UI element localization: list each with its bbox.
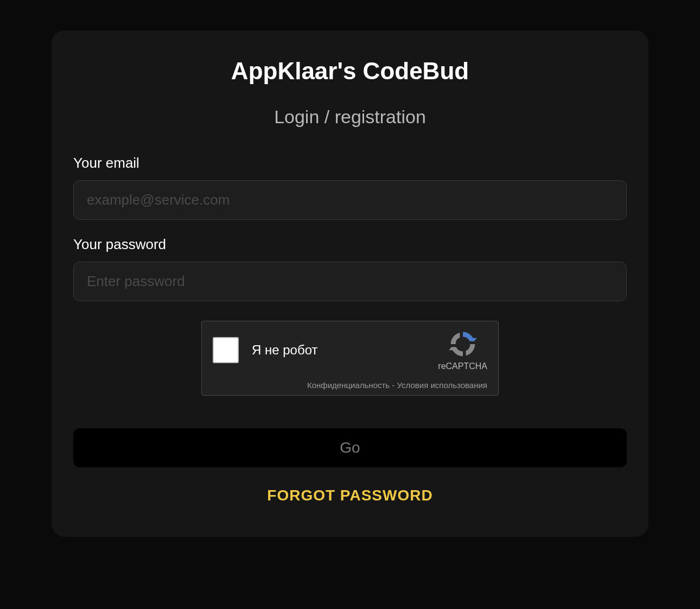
password-field[interactable]: [73, 262, 627, 301]
recaptcha-container: Я не робот reCAPTCHA: [73, 321, 627, 396]
password-label: Your password: [73, 236, 627, 253]
submit-button[interactable]: Go: [73, 428, 627, 467]
recaptcha-logo: reCAPTCHA: [438, 329, 487, 371]
recaptcha-separator: -: [390, 380, 397, 390]
recaptcha-privacy-link[interactable]: Конфиденциальность: [307, 380, 390, 390]
recaptcha-footer: Конфиденциальность - Условия использован…: [202, 378, 498, 395]
recaptcha-label: Я не робот: [252, 342, 438, 358]
recaptcha-icon: [448, 329, 478, 359]
recaptcha-widget: Я не робот reCAPTCHA: [201, 321, 499, 396]
password-group: Your password: [73, 236, 627, 301]
recaptcha-main: Я не робот reCAPTCHA: [202, 321, 498, 378]
recaptcha-checkbox[interactable]: [213, 337, 239, 363]
forgot-password-link[interactable]: FORGOT PASSWORD: [73, 487, 627, 504]
email-group: Your email: [73, 155, 627, 220]
page-subtitle: Login / registration: [73, 106, 627, 128]
login-card: AppKlaar's CodeBud Login / registration …: [52, 30, 648, 537]
email-field[interactable]: [73, 180, 627, 220]
page-title: AppKlaar's CodeBud: [73, 58, 627, 85]
recaptcha-brand: reCAPTCHA: [438, 361, 487, 371]
recaptcha-terms-link[interactable]: Условия использования: [397, 380, 488, 390]
email-label: Your email: [73, 155, 627, 172]
